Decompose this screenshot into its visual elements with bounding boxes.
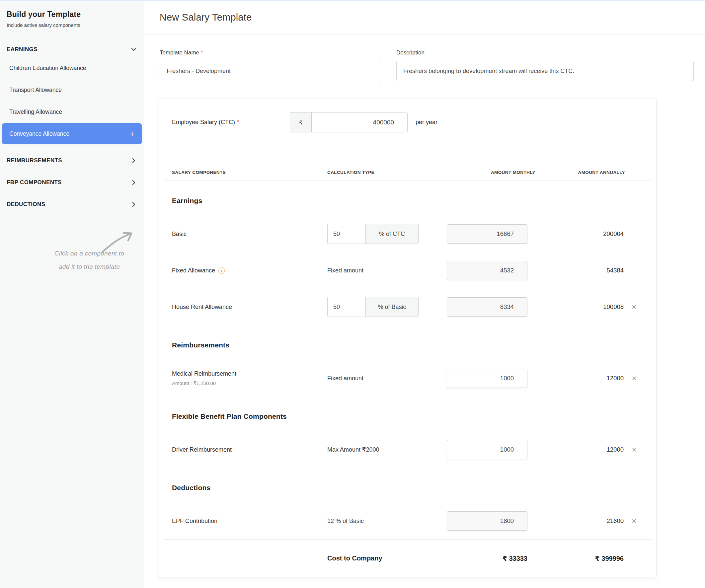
section-heading-deductions: Deductions — [164, 481, 651, 494]
sidebar-section-label: DEDUCTIONS — [7, 201, 45, 208]
annual-amount: 100008 — [535, 303, 625, 310]
required-asterisk: * — [237, 119, 239, 126]
sidebar-item-label: Transport Allowance — [9, 87, 62, 94]
col-header-amount-monthly: AMOUNT MONTHLY — [447, 170, 535, 175]
sidebar-item-travelling-allowance[interactable]: Travelling Allowance — [7, 101, 139, 123]
calc-type-text: Fixed amount — [327, 375, 447, 382]
col-header-amount-annually: AMOUNT ANNUALLY — [535, 170, 625, 175]
add-component-icon[interactable]: + — [130, 130, 135, 138]
percent-value-input[interactable] — [327, 224, 366, 244]
sidebar-section-label: EARNINGS — [7, 46, 38, 53]
section-title: Earnings — [172, 197, 202, 205]
sidebar-section-fbp-components[interactable]: FBP COMPONENTS — [7, 172, 139, 193]
component-name-block: Medical Reimbursement Amount : ₹1,250.00 — [172, 370, 327, 386]
component-sidebar: Build your Template Include active salar… — [0, 1, 144, 588]
section-heading-reimbursements: Reimbursements — [164, 338, 651, 352]
label-text: Template Name — [160, 49, 199, 56]
collapsed-sections: REIMBURSEMENTS FBP COMPONENTS DEDUCTIONS — [7, 150, 139, 215]
component-name: House Rent Allowance — [172, 304, 327, 310]
component-name: EPF Contribution — [172, 518, 327, 525]
sidebar-title: Build your Template — [7, 10, 139, 19]
calc-type-text: 12 % of Basic — [327, 518, 447, 525]
sidebar-item-transport-allowance[interactable]: Transport Allowance — [7, 79, 139, 101]
section-heading-fbp-components: Flexible Benefit Plan Components — [164, 410, 651, 423]
sidebar-item-label: Conveyance Allowance — [9, 131, 69, 137]
remove-row-icon[interactable]: ✕ — [629, 373, 640, 384]
annual-amount: 200004 — [535, 230, 625, 238]
remove-row-icon[interactable]: ✕ — [629, 302, 640, 312]
monthly-amount-input[interactable] — [447, 440, 527, 459]
table-row-medical-reimbursement: Medical Reimbursement Amount : ₹1,250.00… — [164, 360, 651, 397]
page-header: New Salary Template — [144, 1, 705, 35]
component-subtext: Amount : ₹1,250.00 — [172, 380, 327, 386]
monthly-amount-input[interactable] — [447, 369, 527, 388]
monthly-amount-input — [447, 224, 527, 244]
sidebar-item-label: Travelling Allowance — [9, 108, 62, 115]
component-name: Driver Reimbursement — [172, 446, 327, 453]
annual-amount: 21600 — [535, 517, 625, 525]
description-input[interactable]: Freshers belonging to development stream… — [396, 61, 694, 81]
cost-to-company-monthly: ₹ 33333 — [447, 554, 535, 562]
annual-amount: 54384 — [535, 267, 625, 274]
table-row-driver-reimbursement: Driver Reimbursement Max Amount ₹2000 12… — [164, 431, 651, 468]
hint-line-1: Click on a component to — [35, 247, 144, 260]
section-heading-earnings: Earnings — [164, 194, 651, 207]
chevron-right-icon — [131, 179, 137, 186]
calc-type-text: Fixed amount — [327, 267, 447, 274]
monthly-amount-input — [447, 261, 527, 280]
salary-template-builder: Build your Template Include active salar… — [0, 0, 705, 588]
ctc-row: Employee Salary (CTC)* ₹ per year — [159, 99, 656, 146]
sidebar-section-reimbursements[interactable]: REIMBURSEMENTS — [7, 150, 139, 172]
calc-type-input-group: % of Basic — [327, 297, 419, 317]
annual-amount: 12000 — [535, 375, 625, 382]
ctc-input-group: ₹ — [290, 112, 408, 132]
cost-to-company-annually: ₹ 399996 — [535, 554, 625, 562]
template-name-input[interactable] — [160, 61, 381, 81]
sidebar-section-label: REIMBURSEMENTS — [7, 157, 62, 164]
template-name-label: Template Name* — [160, 49, 381, 56]
table-row-house-rent-allowance: House Rent Allowance % of Basic 100008 ✕ — [164, 289, 651, 325]
earnings-component-list: Children Education Allowance Transport A… — [7, 57, 139, 144]
ctc-amount-input[interactable] — [311, 112, 408, 132]
col-header-salary-components: SALARY COMPONENTS — [172, 170, 327, 175]
main-content: New Salary Template Template Name* Descr… — [144, 1, 705, 588]
chevron-down-icon — [131, 46, 137, 53]
description-label: Description — [396, 49, 694, 56]
ctc-label: Employee Salary (CTC)* — [172, 119, 290, 126]
sidebar-item-label: Children Education Allowance — [9, 65, 86, 72]
percent-value-input[interactable] — [327, 297, 366, 317]
col-header-calculation-type: CALCULATION TYPE — [327, 170, 447, 175]
sidebar-section-earnings[interactable]: EARNINGS — [7, 44, 139, 54]
section-title: Deductions — [172, 484, 210, 492]
section-title: Flexible Benefit Plan Components — [172, 412, 287, 421]
remove-row-icon[interactable]: ✕ — [629, 444, 640, 455]
table-row-epf-contribution: EPF Contribution 12 % of Basic 21600 ✕ — [164, 503, 651, 539]
ctc-period-label: per year — [416, 119, 437, 126]
salary-structure-panel: Employee Salary (CTC)* ₹ per year SALARY… — [159, 99, 657, 577]
info-icon[interactable]: i — [219, 267, 225, 274]
required-asterisk: * — [201, 49, 203, 56]
monthly-amount-input — [447, 297, 527, 316]
label-text: Employee Salary (CTC) — [172, 119, 235, 126]
chevron-right-icon — [131, 201, 137, 208]
sidebar-subtitle: Include active salary components — [7, 22, 139, 28]
remove-row-icon[interactable]: ✕ — [629, 516, 640, 526]
template-name-field: Template Name* — [160, 49, 381, 83]
chevron-right-icon — [131, 157, 137, 164]
sidebar-item-children-education-allowance[interactable]: Children Education Allowance — [7, 57, 139, 79]
section-title: Reimbursements — [172, 341, 229, 349]
sidebar-section-deductions[interactable]: DEDUCTIONS — [7, 193, 139, 215]
page-title: New Salary Template — [160, 12, 705, 23]
table-header-row: SALARY COMPONENTS CALCULATION TYPE AMOUN… — [164, 146, 651, 181]
rupee-currency-icon: ₹ — [290, 112, 311, 132]
component-name: Basic — [172, 231, 327, 238]
cost-to-company-row: Cost to Company ₹ 33333 ₹ 399996 — [164, 540, 651, 577]
cost-to-company-label: Cost to Company — [327, 554, 447, 562]
sidebar-item-conveyance-allowance[interactable]: Conveyance Allowance + — [2, 123, 142, 144]
percent-unit-addon: % of Basic — [366, 297, 419, 317]
table-row-fixed-allowance: Fixed Allowance i Fixed amount 54384 — [164, 252, 651, 289]
calc-type-text: Max Amount ₹2000 — [327, 446, 447, 453]
annual-amount: 12000 — [535, 446, 625, 453]
table-row-basic: Basic % of CTC 200004 — [164, 216, 651, 252]
monthly-amount-input — [447, 511, 527, 531]
